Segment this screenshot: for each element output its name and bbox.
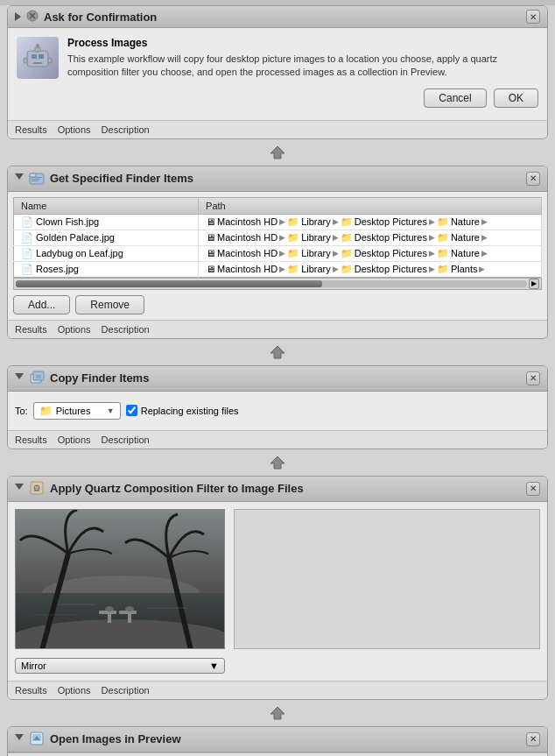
connector-2 [0, 344, 555, 360]
copy-panel-title: Copy Finder Items [50, 371, 521, 385]
file-path-cell: 🖥 Macintosh HD ▶ 📁 Library ▶ 📁 Desktop P… [199, 261, 542, 277]
table-row[interactable]: 📄 Golden Palace.jpg 🖥 Macintosh HD ▶ 📁 L… [14, 230, 542, 245]
hd-icon: 🖥 [206, 248, 215, 258]
plants-icon: 📁 [437, 264, 449, 275]
filter-select[interactable]: Mirror ▼ [15, 658, 225, 674]
tab-options-copy[interactable]: Options [58, 435, 91, 445]
preview-column: Mirror ▼ [15, 509, 225, 674]
cancel-button[interactable]: Cancel [424, 88, 486, 108]
scrollbar-row: ▶ [13, 278, 542, 290]
copy-finder-panel: Copy Finder Items ✕ To: 📁 Pictures ▼ Rep… [7, 365, 548, 449]
replace-checkbox-row: Replacing existing files [126, 405, 239, 416]
file-name-cell: 📄 Roses.jpg [14, 261, 199, 277]
dp-icon: 📁 [341, 264, 353, 275]
table-row[interactable]: 📄 Ladybug on Leaf.jpg 🖥 Macintosh HD ▶ 📁… [14, 245, 542, 261]
file-name-cell: 📄 Ladybug on Leaf.jpg [14, 245, 199, 261]
svg-rect-10 [48, 58, 52, 63]
svg-rect-33 [108, 614, 111, 623]
finder-panel-title: Get Specified Finder Items [50, 172, 521, 185]
workflow-container: Ask for Confirmation ✕ Process [0, 5, 555, 756]
sep1: ▶ [279, 233, 285, 242]
open-panel-toggle[interactable] [15, 734, 24, 745]
hd-icon: 🖥 [206, 264, 215, 274]
svg-rect-15 [32, 179, 40, 180]
connector-4 [0, 705, 555, 721]
image-preview-right [234, 509, 540, 649]
file-table: Name Path 📄 Clown Fish.jpg 🖥 Mac [13, 197, 542, 278]
copy-panel-footer: Results Options Description [8, 430, 547, 449]
table-row[interactable]: 📄 Roses.jpg 🖥 Macintosh HD ▶ 📁 Library ▶ [14, 261, 542, 277]
open-close-button[interactable]: ✕ [526, 732, 540, 746]
col-name-header: Name [14, 197, 199, 214]
sep2: ▶ [333, 233, 339, 242]
copy-panel-header: Copy Finder Items ✕ [8, 366, 547, 392]
ask-description: This example workflow will copy four des… [67, 53, 538, 80]
image-preview-left [15, 509, 225, 649]
file-icon: 📄 [21, 232, 33, 243]
finder-close-button[interactable]: ✕ [526, 172, 540, 186]
sep2: ▶ [333, 217, 339, 226]
sep4: ▶ [481, 249, 488, 258]
tab-results-quartz[interactable]: Results [15, 685, 47, 696]
file-icon: 📄 [21, 216, 33, 227]
remove-button[interactable]: Remove [75, 295, 144, 314]
tab-description-copy[interactable]: Description [102, 435, 150, 445]
table-row[interactable]: 📄 Clown Fish.jpg 🖥 Macintosh HD ▶ 📁 Libr… [14, 214, 542, 230]
tab-description-quartz[interactable]: Description [102, 685, 150, 696]
dp-icon: 📁 [341, 248, 353, 259]
filter-label: Mirror [21, 661, 209, 671]
filter-chevron-icon: ▼ [209, 661, 219, 671]
quartz-close-button[interactable]: ✕ [526, 482, 540, 496]
tab-options-quartz[interactable]: Options [58, 685, 91, 696]
sep1: ▶ [279, 249, 285, 258]
add-button[interactable]: Add... [13, 295, 70, 314]
replace-label: Replacing existing files [141, 406, 239, 416]
scrollbar-thumb[interactable] [16, 280, 322, 287]
tab-options-finder[interactable]: Options [58, 324, 91, 335]
quartz-panel: Apply Quartz Composition Filter to Image… [7, 476, 548, 700]
ask-buttons-row: Cancel OK [67, 88, 538, 111]
tab-results-ask[interactable]: Results [15, 124, 47, 135]
file-path-cell: 🖥 Macintosh HD ▶ 📁 Library ▶ 📁 Desktop P… [199, 230, 542, 245]
sep4: ▶ [481, 217, 488, 226]
sep4: ▶ [481, 233, 488, 242]
finder-panel-toggle[interactable] [15, 173, 24, 184]
tab-options-ask[interactable]: Options [58, 124, 91, 135]
close-icon[interactable] [26, 10, 39, 24]
file-name-cell: 📄 Golden Palace.jpg [14, 230, 199, 245]
sep3: ▶ [429, 233, 435, 242]
scrollbar-track[interactable] [16, 280, 527, 287]
pictures-folder-icon: 📁 [39, 405, 53, 417]
svg-point-8 [36, 44, 39, 47]
tab-results-finder[interactable]: Results [15, 324, 47, 335]
scroll-right-btn[interactable]: ▶ [529, 279, 539, 289]
open-panel-footer: Results Options Description [8, 752, 547, 756]
open-images-panel: Open Images in Preview ✕ Results Options… [7, 726, 548, 756]
sep1: ▶ [279, 265, 285, 273]
ask-panel-body: Process Images This example workflow wil… [8, 28, 547, 120]
replace-checkbox[interactable] [126, 405, 137, 416]
svg-marker-41 [270, 707, 285, 719]
ok-button[interactable]: OK [494, 88, 538, 108]
copy-close-button[interactable]: ✕ [526, 371, 540, 385]
quartz-panel-toggle[interactable] [15, 484, 24, 494]
tab-description-finder[interactable]: Description [102, 324, 150, 335]
ask-process-title: Process Images [67, 37, 538, 49]
connector-3 [0, 455, 555, 470]
ask-panel-toggle[interactable] [15, 12, 21, 21]
quartz-panel-title: Apply Quartz Composition Filter to Image… [50, 482, 521, 495]
file-path-cell: 🖥 Macintosh HD ▶ 📁 Library ▶ 📁 Desktop P… [199, 214, 542, 230]
copy-panel-toggle[interactable] [15, 373, 24, 384]
destination-label: Pictures [56, 406, 91, 416]
ask-panel-header: Ask for Confirmation ✕ [8, 6, 547, 28]
destination-select[interactable]: 📁 Pictures ▼ [33, 402, 121, 420]
tab-description-ask[interactable]: Description [102, 124, 150, 135]
svg-rect-16 [32, 180, 39, 181]
ask-header-inner: Ask for Confirmation ✕ [15, 10, 540, 24]
svg-rect-4 [32, 54, 37, 59]
ask-close-button[interactable]: ✕ [526, 10, 540, 24]
tab-results-copy[interactable]: Results [15, 435, 47, 445]
file-icon: 📄 [21, 264, 33, 274]
svg-rect-3 [27, 51, 48, 67]
ask-panel-footer: Results Options Description [8, 120, 547, 138]
